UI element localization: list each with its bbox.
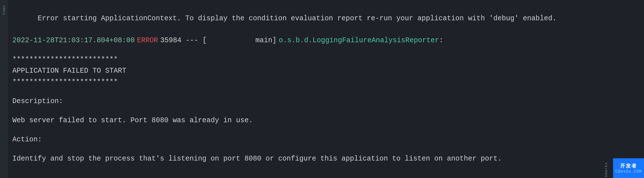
log-thread-id: 35984 --- [ (160, 35, 207, 46)
side-panel-label: Comn (2, 5, 6, 15)
bookmarks-panel: kmarks (599, 161, 613, 178)
log-colon: : (439, 35, 443, 46)
spacer-4 (12, 126, 609, 134)
devza-label-top: 开发者 (620, 163, 637, 169)
description-text: Web server failed to start. Port 8080 wa… (12, 115, 609, 126)
devza-watermark[interactable]: 开发者 CDevZa.COM (613, 158, 644, 178)
spacer-2 (12, 88, 609, 96)
app-failed-line: APPLICATION FAILED TO START (12, 65, 609, 77)
log-line-row: 2022-11-28T21:03:17.804+08:00 ERROR 3598… (12, 35, 609, 46)
log-thread-name: main] (209, 35, 276, 46)
action-text: Identify and stop the process that's lis… (12, 153, 609, 164)
description-label: Description: (12, 96, 609, 107)
error-header-line: Error starting ApplicationContext. To di… (12, 2, 609, 35)
side-panel-left: Comn (0, 0, 8, 178)
stars-line-1: ************************* (12, 54, 609, 65)
log-timestamp: 2022-11-28T21:03:17.804+08:00 (12, 35, 135, 46)
bookmarks-label: kmarks (604, 162, 608, 177)
devza-label-bottom: CDevZa.COM (615, 169, 642, 174)
log-level: ERROR (137, 35, 158, 46)
spacer-3 (12, 107, 609, 115)
console-output: Error starting ApplicationContext. To di… (8, 0, 613, 178)
spacer-1 (12, 46, 609, 54)
log-logger-name: o.s.b.d.LoggingFailureAnalysisReporter (279, 35, 439, 46)
spacer-5 (12, 145, 609, 153)
error-header-text: Error starting ApplicationContext. To di… (38, 14, 557, 23)
stars-line-2: ************************* (12, 77, 609, 88)
console-container: Comn 开发者 CDevZa.COM kmarks Error startin… (0, 0, 644, 178)
action-label: Action: (12, 134, 609, 145)
